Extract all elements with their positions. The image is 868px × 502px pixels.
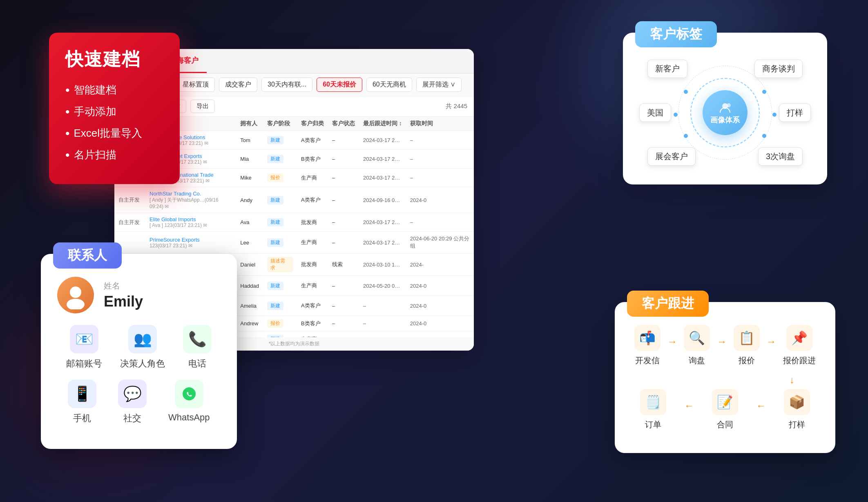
contact-email-item[interactable]: 📧 邮箱账号 bbox=[66, 325, 102, 370]
svg-point-2 bbox=[183, 387, 196, 400]
inquiry-icon: 🔍 bbox=[684, 325, 710, 351]
cell-type: A类客户 bbox=[297, 296, 328, 316]
inquiry-label: 询盘 bbox=[689, 355, 705, 366]
email-icon: 📧 bbox=[70, 325, 98, 353]
cell-get-time: – bbox=[406, 213, 474, 232]
filter-deal[interactable]: 成交客户 bbox=[219, 78, 257, 92]
table-row[interactable]: 自主开发 NorthStar Trading Co. [ Andy ] 关于Wh… bbox=[114, 187, 474, 213]
devletter-icon: 📬 bbox=[634, 325, 660, 351]
cell-status: – bbox=[328, 131, 359, 150]
cell-get-time: – bbox=[406, 150, 474, 169]
cell-status: – bbox=[328, 296, 359, 316]
phone-icon: 📞 bbox=[183, 325, 212, 353]
cell-company[interactable]: PrimeSource Exports 123(03/17 23:21) ✉ bbox=[145, 232, 236, 253]
main-container: 快速建档 智能建档 手动添加 Excel批量导入 名片扫描 常用企业 海客户 所… bbox=[0, 0, 868, 502]
filter-30days[interactable]: 30天内有联... bbox=[261, 78, 312, 92]
center-circle: 画像体系 bbox=[703, 90, 748, 135]
dot-5 bbox=[684, 134, 688, 138]
col-get-time: 获取时间 bbox=[406, 117, 474, 131]
contact-mobile-item[interactable]: 📱 手机 bbox=[68, 380, 96, 424]
flow-item-inquiry: 🔍 询盘 bbox=[684, 325, 710, 366]
arrow-4: ← bbox=[684, 400, 694, 411]
cell-owner: Amelia bbox=[236, 296, 263, 316]
order-label: 订单 bbox=[645, 419, 661, 430]
quick-archive-item-4: 名片扫描 bbox=[65, 148, 163, 162]
table-row[interactable]: 自主开发 Elite Global Imports [ Ava ] 123(03… bbox=[114, 213, 474, 232]
tag-expo-customer[interactable]: 展会客户 bbox=[647, 147, 696, 166]
filter-60days-no-biz[interactable]: 60天无商机 bbox=[366, 78, 412, 92]
cell-owner: Rafael bbox=[236, 331, 263, 338]
cell-last-follow: – bbox=[359, 331, 406, 338]
contact-role-item[interactable]: 👥 决策人角色 bbox=[120, 325, 165, 370]
customer-tags-card: 客户标签 画像体系 新客户 商务谈判 美国 打样 展会客户 3次询盘 bbox=[623, 33, 827, 184]
sample-icon: 📦 bbox=[784, 389, 810, 415]
social-icon: 💬 bbox=[118, 380, 147, 408]
cell-stage: 新建 bbox=[263, 150, 297, 169]
tag-new-customer[interactable]: 新客户 bbox=[647, 60, 687, 78]
action-export[interactable]: 导出 bbox=[190, 100, 215, 113]
cell-type: 生产商 bbox=[297, 276, 328, 296]
filter-star[interactable]: 星标置顶 bbox=[176, 78, 215, 92]
dot-4 bbox=[772, 113, 777, 117]
col-owner: 拥有人 bbox=[236, 117, 263, 131]
customer-followup-card: 客户跟进 📬 开发信 → 🔍 询盘 → 📋 报价 → � bbox=[615, 302, 835, 453]
quick-archive-item-2: 手动添加 bbox=[65, 104, 163, 119]
cell-stage: 新建 bbox=[263, 296, 297, 316]
phone-label: 电话 bbox=[188, 358, 206, 370]
filter-expand[interactable]: 展开筛选 ∨ bbox=[416, 78, 462, 92]
cell-get-time: – bbox=[406, 331, 474, 338]
role-icon: 👥 bbox=[128, 325, 157, 353]
tag-biz-negotiation[interactable]: 商务谈判 bbox=[754, 60, 803, 78]
cell-last-follow: 2024-05-20 0… bbox=[359, 276, 406, 296]
quick-archive-item-1: 智能建档 bbox=[65, 83, 163, 97]
email-label: 邮箱账号 bbox=[66, 358, 102, 370]
flow-item-quote-follow: 📌 报价跟进 bbox=[783, 325, 816, 366]
table-row[interactable]: PrimeSource Exports 123(03/17 23:21) ✉ L… bbox=[114, 232, 474, 253]
svg-point-1 bbox=[67, 299, 85, 309]
cell-owner: Ava bbox=[236, 213, 263, 232]
quick-archive-list: 智能建档 手动添加 Excel批量导入 名片扫描 bbox=[65, 83, 163, 162]
cell-type: A类客户 bbox=[297, 131, 328, 150]
cell-last-follow: 2024-03-17 2… bbox=[359, 131, 406, 150]
devletter-label: 开发信 bbox=[635, 355, 660, 366]
cell-stage: 报价 bbox=[263, 169, 297, 187]
cell-source: 自主开发 bbox=[114, 187, 145, 213]
cell-owner: Haddad bbox=[236, 276, 263, 296]
cell-type: 生产商 bbox=[297, 331, 328, 338]
col-last-follow: 最后跟进时间 ↕ bbox=[359, 117, 406, 131]
contract-icon: 📝 bbox=[712, 389, 738, 415]
cell-stage: 新建 bbox=[263, 213, 297, 232]
cell-get-time: 2024-0 bbox=[406, 296, 474, 316]
cell-get-time: – bbox=[406, 169, 474, 187]
cell-last-follow: – bbox=[359, 296, 406, 316]
cell-owner: Lee bbox=[236, 232, 263, 253]
cell-company[interactable]: NorthStar Trading Co. [ Andy ] 关于WhatsAp… bbox=[145, 187, 236, 213]
flow-item-devletter: 📬 开发信 bbox=[634, 325, 660, 366]
dot-6 bbox=[762, 134, 766, 138]
cell-get-time: 2024-0 bbox=[406, 276, 474, 296]
contact-phone-item[interactable]: 📞 电话 bbox=[183, 325, 212, 370]
contact-social-item[interactable]: 💬 社交 bbox=[118, 380, 147, 424]
whatsapp-icon bbox=[175, 380, 203, 408]
filter-60days-quote[interactable]: 60天未报价 bbox=[317, 78, 362, 92]
dot-3 bbox=[674, 113, 678, 117]
tag-3-inquiry[interactable]: 3次询盘 bbox=[758, 147, 803, 166]
arrow-3: → bbox=[766, 336, 776, 347]
tag-sample[interactable]: 打样 bbox=[779, 104, 811, 122]
cell-company[interactable]: Elite Global Imports [ Ava ] 123(03/17 2… bbox=[145, 213, 236, 232]
cell-status: – bbox=[328, 187, 359, 213]
contact-whatsapp-item[interactable]: WhatsApp bbox=[168, 380, 210, 424]
whatsapp-label: WhatsApp bbox=[168, 412, 210, 423]
quote-label: 报价 bbox=[739, 355, 755, 366]
customer-followup-badge: 客户跟进 bbox=[627, 291, 709, 317]
cell-stage: 新建 bbox=[263, 232, 297, 253]
cell-last-follow: 2024-03-17 2… bbox=[359, 169, 406, 187]
cell-last-follow: – bbox=[359, 316, 406, 331]
flow-item-contract: 📝 合同 bbox=[712, 389, 738, 430]
flow-item-quote: 📋 报价 bbox=[734, 325, 760, 366]
cell-status: – bbox=[328, 331, 359, 338]
customer-tags-badge: 客户标签 bbox=[635, 21, 717, 47]
tag-usa[interactable]: 美国 bbox=[639, 104, 671, 122]
cell-status: – bbox=[328, 213, 359, 232]
contact-icons-row-2: 📱 手机 💬 社交 WhatsApp bbox=[57, 380, 221, 424]
